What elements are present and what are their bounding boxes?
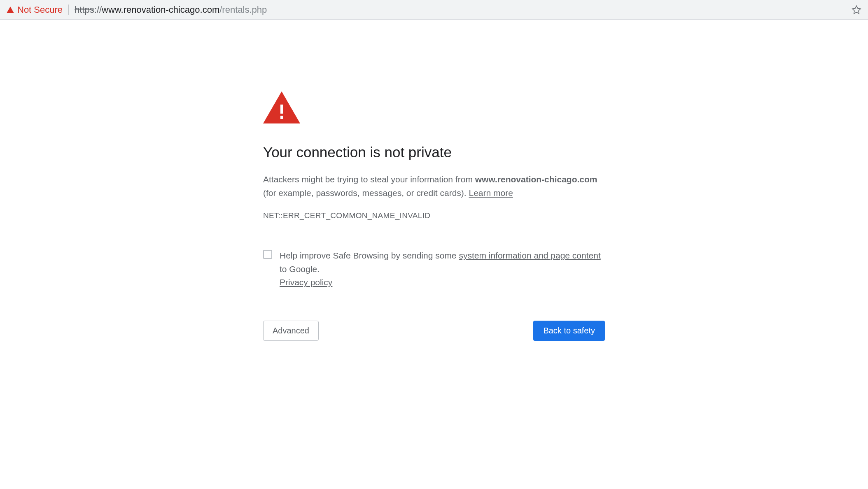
opt-in-text: Help improve Safe Browsing by sending so… bbox=[280, 249, 605, 289]
error-code: NET::ERR_CERT_COMMON_NAME_INVALID bbox=[263, 211, 605, 220]
bookmark-star-icon[interactable] bbox=[852, 5, 861, 15]
desc-prefix: Attackers might be trying to steal your … bbox=[263, 175, 475, 184]
url-path: /rentals.php bbox=[219, 5, 267, 15]
warning-description: Attackers might be trying to steal your … bbox=[263, 173, 605, 200]
system-info-link[interactable]: system information and page content bbox=[459, 251, 600, 260]
security-interstitial: Your connection is not private Attackers… bbox=[263, 91, 605, 489]
url-host: www.renovation-chicago.com bbox=[102, 5, 219, 15]
button-row: Advanced Back to safety bbox=[263, 321, 605, 341]
privacy-policy-link[interactable]: Privacy policy bbox=[280, 277, 332, 287]
page-title: Your connection is not private bbox=[263, 144, 605, 161]
url-separator: :// bbox=[94, 5, 102, 15]
opt-in-suffix: to Google. bbox=[280, 264, 320, 274]
desc-suffix: (for example, passwords, messages, or cr… bbox=[263, 188, 469, 198]
back-to-safety-button[interactable]: Back to safety bbox=[533, 321, 605, 341]
warning-icon bbox=[7, 7, 14, 13]
url-scheme: https bbox=[75, 5, 94, 15]
address-bar: Not Secure https://www.renovation-chicag… bbox=[0, 0, 868, 20]
safe-browsing-opt-in: Help improve Safe Browsing by sending so… bbox=[263, 249, 605, 289]
warning-triangle-icon bbox=[263, 91, 300, 123]
learn-more-link[interactable]: Learn more bbox=[469, 188, 513, 198]
opt-in-checkbox[interactable] bbox=[263, 250, 272, 259]
url-display[interactable]: https://www.renovation-chicago.com/renta… bbox=[75, 5, 852, 15]
advanced-button[interactable]: Advanced bbox=[263, 321, 319, 341]
security-label: Not Secure bbox=[17, 5, 63, 15]
desc-host: www.renovation-chicago.com bbox=[475, 175, 597, 184]
content-area: Your connection is not private Attackers… bbox=[0, 20, 868, 489]
opt-in-prefix: Help improve Safe Browsing by sending so… bbox=[280, 251, 459, 260]
security-indicator[interactable]: Not Secure bbox=[7, 5, 69, 15]
